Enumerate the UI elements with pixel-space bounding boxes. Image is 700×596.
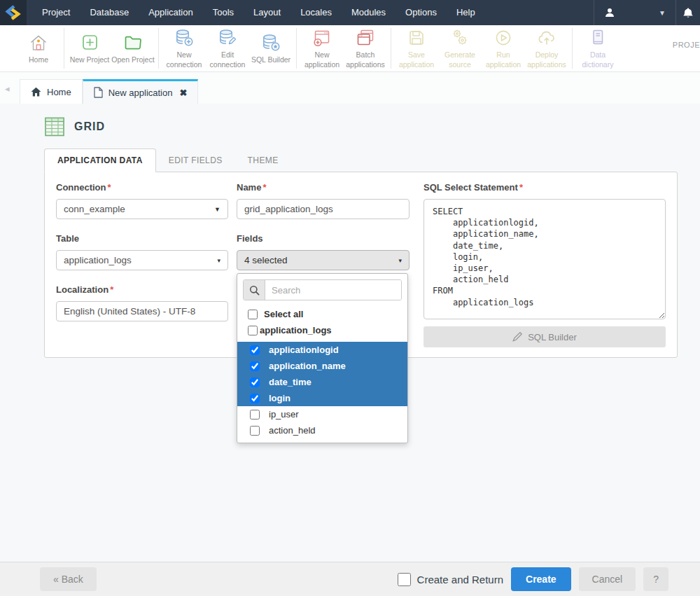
open-project-icon: [122, 32, 144, 53]
field-checkbox[interactable]: [250, 394, 260, 403]
caret-down-icon: ▾: [217, 257, 220, 264]
field-option[interactable]: ip_user: [237, 406, 407, 422]
project-name-label: PROJE: [673, 41, 700, 49]
help-button[interactable]: ?: [643, 567, 668, 591]
field-option[interactable]: date_time: [237, 374, 407, 390]
field-option[interactable]: login: [237, 390, 407, 406]
user-menu-button[interactable]: ▼: [594, 0, 676, 25]
user-icon: [604, 7, 615, 18]
toolbar-button-label: Home: [29, 55, 48, 64]
sql-builder-button[interactable]: SQL Builder: [424, 326, 666, 347]
menu-modules[interactable]: Modules: [342, 0, 396, 25]
toolbar-new-application-button[interactable]: New application: [300, 27, 344, 69]
field-label-text: Table: [56, 233, 79, 244]
name-input[interactable]: grid_application_logs: [237, 199, 410, 219]
connection-select[interactable]: conn_example ▼: [56, 199, 228, 219]
create-and-return-checkbox[interactable]: [398, 573, 411, 586]
tab-edit-fields[interactable]: EDIT FIELDS: [156, 149, 235, 172]
field-label-text: Connection: [56, 182, 106, 193]
menu-tools[interactable]: Tools: [203, 0, 244, 25]
field-checkbox[interactable]: [250, 426, 260, 436]
select-all-option[interactable]: Select all: [243, 306, 402, 322]
menu-options[interactable]: Options: [396, 0, 447, 25]
fields-search-input[interactable]: [265, 280, 401, 300]
toolbar-button-label: Run application: [482, 50, 525, 69]
toolbar-sql-builder-button[interactable]: SQL Builder: [249, 32, 293, 64]
toolbar-data-dictionary-button[interactable]: Data dictionary: [576, 27, 620, 69]
tab-theme[interactable]: THEME: [235, 149, 291, 172]
main-content: GRID APPLICATION DATA EDIT FIELDS THEME …: [0, 104, 700, 358]
field-checkbox[interactable]: [250, 377, 260, 387]
menu-locales[interactable]: Locales: [290, 0, 342, 25]
required-asterisk: *: [110, 284, 113, 295]
fields-multiselect-button[interactable]: 4 selected ▾: [237, 250, 410, 270]
nav-right: ▼: [594, 0, 700, 25]
menu-layout[interactable]: Layout: [244, 0, 290, 25]
toolbar-generate-source-button: Generate source: [438, 27, 482, 69]
option-label: application_name: [269, 361, 346, 371]
toolbar-edit-connection-button[interactable]: Edit connection: [206, 27, 249, 69]
menu-application[interactable]: Application: [139, 0, 203, 25]
tab-new-application[interactable]: New application ✖: [83, 79, 199, 104]
select-all-checkbox[interactable]: [248, 310, 258, 319]
field-checkbox[interactable]: [250, 410, 260, 420]
field-option[interactable]: applicationlogid: [237, 342, 407, 358]
application-data-panel: Connection* conn_example ▼ Table applica…: [44, 172, 678, 358]
open-tabs-bar: ◂ Home New application ✖: [0, 72, 700, 104]
create-button[interactable]: Create: [511, 567, 571, 591]
pencil-icon: [512, 332, 522, 342]
field-label-text: Name: [237, 182, 261, 193]
tab-home[interactable]: Home: [20, 79, 83, 104]
name-label: Name*: [237, 182, 410, 193]
menu-project[interactable]: Project: [32, 0, 80, 25]
deploy-applications-icon: [536, 27, 557, 48]
table-select[interactable]: application_logs ▾: [56, 250, 228, 270]
table-group-option[interactable]: application_logs: [243, 322, 402, 338]
field-checkbox[interactable]: [250, 345, 260, 355]
field-option[interactable]: action_held: [237, 422, 407, 438]
fields-dropdown: Select all application_logs applicationl…: [237, 273, 408, 443]
toolbar-divider: [64, 28, 64, 69]
option-label: ip_user: [269, 409, 299, 420]
menu-database[interactable]: Database: [80, 0, 139, 25]
notifications-button[interactable]: [676, 0, 700, 25]
tab-label: Home: [47, 87, 71, 97]
cancel-button[interactable]: Cancel: [579, 567, 636, 591]
toolbar-new-connection-button[interactable]: New connection: [162, 27, 206, 69]
toolbar-divider: [572, 28, 573, 69]
caret-down-icon: ▼: [214, 206, 220, 213]
localization-select[interactable]: English (United States) - UTF-8: [56, 301, 228, 321]
document-tab-icon: [94, 87, 103, 98]
localization-select-value: English (United States) - UTF-8: [64, 306, 195, 317]
search-addon-button[interactable]: [244, 280, 265, 300]
field-option[interactable]: application_name: [237, 358, 407, 374]
create-and-return-option[interactable]: Create and Return: [398, 573, 503, 586]
generate-source-icon: [449, 27, 470, 48]
field-checkbox[interactable]: [250, 361, 260, 371]
menu-help[interactable]: Help: [447, 0, 485, 25]
scriptcase-logo[interactable]: [0, 0, 27, 25]
tabs-scroll-left-icon[interactable]: ◂: [5, 83, 10, 94]
table-group-checkbox[interactable]: [248, 326, 258, 335]
run-application-icon: [493, 27, 514, 48]
toolbar-home-button[interactable]: Home: [17, 32, 60, 64]
new-project-icon: [79, 32, 100, 53]
toolbar-button-label: Batch applications: [344, 50, 387, 69]
menu: Project Database Application Tools Layou…: [32, 0, 485, 25]
field-label-text: Fields: [237, 233, 263, 244]
toolbar-divider: [391, 28, 391, 69]
tab-application-data[interactable]: APPLICATION DATA: [44, 148, 156, 172]
toolbar-new-project-button[interactable]: New Project: [68, 32, 111, 64]
page-title: GRID: [74, 120, 105, 133]
toolbar-batch-applications-button[interactable]: Batch applications: [344, 27, 387, 69]
fields-label: Fields: [237, 233, 410, 244]
caret-down-icon: ▾: [398, 257, 402, 264]
sql-statement-textarea[interactable]: SELECT applicationlogid, application_nam…: [424, 199, 666, 319]
toolbar-open-project-button[interactable]: Open Project: [111, 32, 155, 64]
footer-right-actions: Create and Return Create Cancel ?: [398, 567, 668, 591]
back-button[interactable]: « Back: [40, 567, 97, 591]
footer-actions-bar: « Back Create and Return Create Cancel ?: [0, 562, 700, 596]
application-type-header: GRID: [44, 116, 700, 137]
close-tab-icon[interactable]: ✖: [179, 88, 187, 98]
scriptcase-logo-icon: [5, 4, 22, 21]
